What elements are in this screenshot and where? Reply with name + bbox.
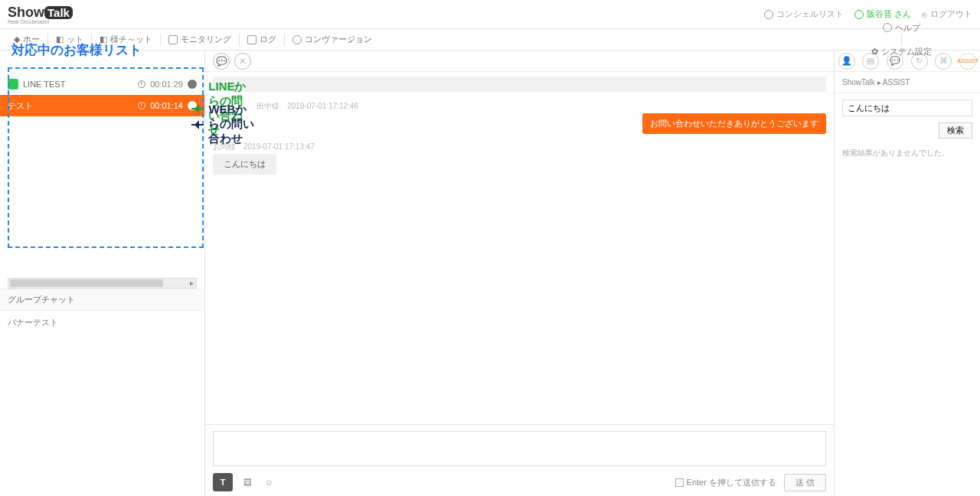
close-chat-button[interactable]: ✕ <box>234 53 251 70</box>
gear-icon: ✿ <box>871 47 878 57</box>
tab-conversion-label: コンヴァージョン <box>305 34 372 45</box>
tab-bar: ◆ホー ◧ット ◧様チ～ット モニタリング ログ コンヴァージョン ヘルプ ✿シ… <box>0 29 980 51</box>
message-input[interactable] <box>213 431 826 466</box>
reply-button[interactable]: 💬 <box>213 53 230 70</box>
annotation-web: WEBからの問い合わせ <box>191 103 255 146</box>
message-meta-customer: お問様 2019-07-01 17:13:47 <box>213 142 826 152</box>
send-label: 送 信 <box>795 478 815 487</box>
assist-empty-message: 検索結果がありませんでした。 <box>835 143 980 163</box>
checkbox-icon <box>675 478 684 487</box>
customer-item-line[interactable]: LINE TEST 00:01:29 <box>0 73 204 95</box>
logout-icon: ⎋ <box>922 10 927 19</box>
compose-toolbar: T 🖼 ☺ Enter を押して送信する 送 信 <box>213 473 826 491</box>
help-label: ヘルプ <box>895 22 920 34</box>
logout-link[interactable]: ⎋ ログアウト <box>922 8 972 20</box>
line-icon <box>8 79 18 90</box>
close-icon: ✕ <box>239 56 247 67</box>
annotation-heading: 対応中のお客様リスト <box>11 41 142 59</box>
text-format-button[interactable]: T <box>213 473 233 491</box>
customer-item-web[interactable]: テスト 00:01:14 <box>0 95 204 116</box>
message-bubble-operator: お問い合わせいただきありがとうございます <box>642 113 826 134</box>
clock-icon <box>138 102 145 109</box>
monitoring-icon <box>168 35 178 44</box>
message-bubble-customer: こんにちは <box>213 154 276 175</box>
enter-send-toggle[interactable]: Enter を押して送信する <box>675 477 776 488</box>
user-label: 阪谷晋 さん <box>867 8 911 20</box>
concierge-list-label: コンシェルリスト <box>776 8 844 20</box>
chat-panel: 💬 ✕ 田中様 2019-07-01 17:12:46 お問い合わせいただきあり… <box>205 51 835 496</box>
assist-search-input[interactable] <box>842 100 972 116</box>
concierge-list-link[interactable]: コンシェルリスト <box>764 8 844 20</box>
clock-icon <box>138 80 145 88</box>
tab-monitoring[interactable]: モニタリング <box>161 29 239 50</box>
horizontal-scrollbar[interactable]: ▸ <box>8 278 197 289</box>
chat-toolbar: 💬 ✕ <box>205 51 834 72</box>
assist-panel: 👤 ▤ 💬 ↻ ⌘ ASSIST ShowTalk ▸ ASSIST 検索 検索… <box>835 51 980 496</box>
group-chat-header[interactable]: グループチャット <box>0 289 204 311</box>
message-row-operator: お問い合わせいただきありがとうございます <box>213 113 826 134</box>
customer-name: LINE TEST <box>23 80 65 89</box>
send-button[interactable]: 送 信 <box>784 474 826 491</box>
system-settings-label: システム設定 <box>881 46 932 57</box>
assist-search-label: 検索 <box>947 126 964 135</box>
tab-monitoring-label: モニタリング <box>181 34 231 45</box>
chat-messages[interactable]: 田中様 2019-07-01 17:12:46 お問い合わせいただきありがとうご… <box>205 92 834 424</box>
tab-bar-right: ヘルプ ✿システム設定 <box>828 22 974 57</box>
image-attach-button[interactable]: 🖼 <box>240 475 254 489</box>
left-sidebar: LINE TEST 00:01:29 テスト 00:01:14 LINEからの問… <box>0 51 205 496</box>
reply-icon: 💬 <box>216 56 227 67</box>
logo-talk: Talk <box>44 6 73 19</box>
annotation-web-label: WEBからの問い合わせ <box>208 103 255 146</box>
banner-test-item[interactable]: バナーテスト <box>0 311 204 334</box>
customer-list: LINE TEST 00:01:29 テスト 00:01:14 <box>0 73 204 116</box>
tab-log-label: ログ <box>260 34 276 45</box>
logo-sub: Real Omotenashi <box>8 19 73 24</box>
customer-time: 00:01:29 <box>150 80 183 89</box>
assist-search-button[interactable]: 検索 <box>939 122 972 139</box>
scroll-right-icon[interactable]: ▸ <box>187 279 196 288</box>
assist-search-wrap <box>835 93 980 122</box>
chat-header-plate <box>213 77 826 92</box>
message-row-customer: こんにちは <box>213 154 826 175</box>
emoji-button[interactable]: ☺ <box>262 475 276 489</box>
main-columns: LINE TEST 00:01:29 テスト 00:01:14 LINEからの問… <box>0 51 980 496</box>
arrow-left-icon <box>191 124 204 126</box>
top-right-menu: コンシェルリスト 阪谷晋 さん ⎋ ログアウト <box>764 8 972 20</box>
tab-log[interactable]: ログ <box>240 29 284 50</box>
user-status[interactable]: 阪谷晋 さん <box>854 8 911 20</box>
help-icon <box>883 23 892 32</box>
log-icon <box>247 35 256 44</box>
compose-area: T 🖼 ☺ Enter を押して送信する 送 信 <box>205 424 834 496</box>
enter-hint-label: Enter を押して送信する <box>687 478 776 487</box>
customer-name: テスト <box>8 100 33 112</box>
system-settings-link[interactable]: ✿システム設定 <box>864 46 939 57</box>
tab-separator <box>901 34 902 46</box>
assist-search-row: 検索 <box>835 122 980 143</box>
conversion-icon <box>292 35 302 44</box>
tab-conversion[interactable]: コンヴァージョン <box>285 29 380 50</box>
customer-time: 00:01:14 <box>150 101 183 110</box>
logo-main: Show <box>8 5 44 20</box>
status-icon <box>854 10 864 19</box>
logout-label: ログアウト <box>930 8 972 20</box>
list-icon <box>764 10 773 19</box>
help-link[interactable]: ヘルプ <box>875 22 928 34</box>
logo: ShowTalk Real Omotenashi <box>8 5 73 24</box>
scrollbar-thumb[interactable] <box>10 279 163 287</box>
assist-title: ShowTalk ▸ ASSIST <box>835 72 980 93</box>
